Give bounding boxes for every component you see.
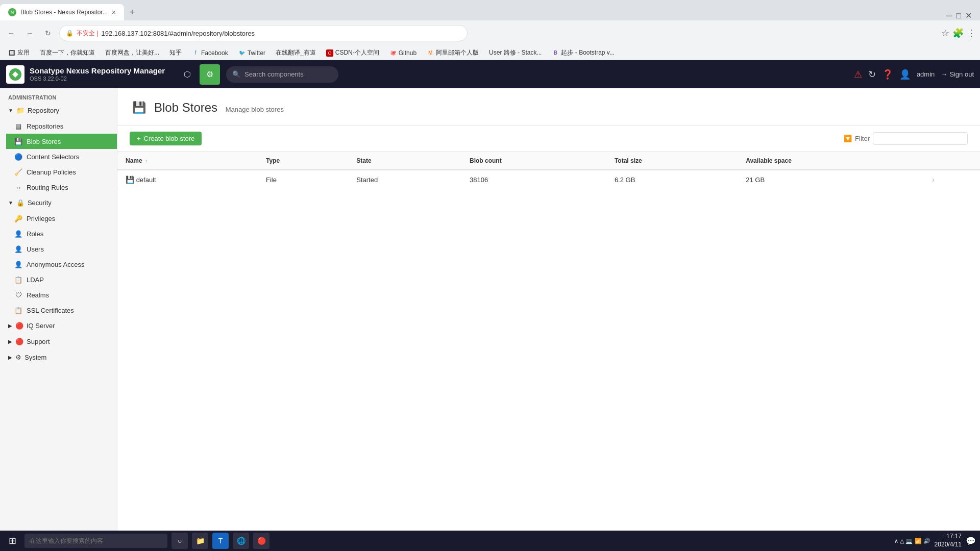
app-logo: Sonatype Nexus Repository Manager OSS 3.… [6, 65, 165, 84]
star-icon[interactable]: ☆ [941, 28, 949, 39]
system-expand-icon: ▶ [8, 355, 12, 360]
tray-icons: ∧ △ 💻 📶 🔊 [894, 538, 930, 544]
cell-type: File [258, 170, 348, 189]
main-content: 💾 Blob Stores Manage blob stores + Creat… [117, 88, 980, 551]
realms-icon: 🛡 [14, 291, 22, 299]
sidebar-item-anonymous-access[interactable]: 👤 Anonymous Access [6, 257, 117, 272]
filter-label: Filter [855, 135, 870, 142]
taskbar-search-button[interactable]: ○ [172, 533, 188, 549]
repositories-label: Repositories [27, 122, 63, 130]
table-row[interactable]: 💾 default File Started 38106 6.2 GB 21 G… [117, 170, 980, 189]
sidebar-item-privileges[interactable]: 🔑 Privileges [6, 211, 117, 226]
bookmark-apps[interactable]: 🔲应用 [4, 47, 34, 58]
maximize-button[interactable]: □ [956, 11, 961, 20]
address-url: 192.168.137.102:8081/#admin/repository/b… [101, 30, 255, 37]
bookmark-twitter[interactable]: 🐦Twitter [234, 48, 270, 58]
sidebar-item-cleanup-policies[interactable]: 🧹 Cleanup Policies [6, 164, 117, 180]
taskbar-explorer-button[interactable]: 📁 [192, 533, 208, 549]
bookmarks-bar: 🔲应用 百度一下，你就知道 百度网盘，让美好... 知乎 fFacebook 🐦… [0, 46, 980, 60]
app-header: Sonatype Nexus Repository Manager OSS 3.… [0, 60, 980, 88]
tab-close-button[interactable]: × [112, 8, 116, 16]
extension-icon[interactable]: 🧩 [952, 28, 964, 39]
app-nav: ⬡ ⚙ [177, 64, 220, 85]
bookmark-bootstrap[interactable]: B起步 - Bootstrap v... [548, 47, 618, 58]
sidebar-item-roles[interactable]: 👤 Roles [6, 226, 117, 241]
reload-button[interactable]: ↻ [41, 26, 55, 40]
close-window-button[interactable]: ✕ [965, 11, 972, 20]
col-type: Type [258, 152, 348, 170]
tab-title: Blob Stores - Nexus Repositor... [20, 9, 108, 16]
address-bar[interactable]: 🔒 不安全 | 192.168.137.102:8081/#admin/repo… [59, 25, 468, 41]
browser-menu-button[interactable]: ⋮ [967, 28, 976, 39]
toolbar: + Create blob store 🔽 Filter [117, 126, 980, 152]
filter-input[interactable] [873, 132, 968, 145]
repository-expand-icon: ▼ [8, 108, 13, 113]
taskbar-time: 17:17 2020/4/11 [935, 533, 962, 548]
new-tab-button[interactable]: + [124, 4, 140, 20]
cell-state: Started [348, 170, 461, 189]
ssl-certificates-label: SSL Certificates [27, 307, 74, 314]
sidebar-item-users[interactable]: 👤 Users [6, 241, 117, 257]
sidebar-item-repositories[interactable]: ▤ Repositories [6, 118, 117, 134]
notification-icon[interactable]: 💬 [966, 536, 976, 546]
sidebar-item-ssl-certificates[interactable]: 📋 SSL Certificates [6, 303, 117, 318]
col-total-size: Total size [606, 152, 738, 170]
forward-button[interactable]: → [22, 26, 37, 40]
content-selectors-icon: 🔵 [14, 153, 22, 161]
sidebar-item-realms[interactable]: 🛡 Realms [6, 287, 117, 303]
error-icon: ⚠ [854, 69, 862, 80]
taskbar-app-button[interactable]: 🔴 [253, 533, 270, 549]
bookmark-baidu[interactable]: 百度一下，你就知道 [36, 47, 99, 58]
cell-available-space: 21 GB [738, 170, 924, 189]
browse-button[interactable]: ⬡ [177, 64, 198, 85]
anonymous-access-icon: 👤 [14, 260, 22, 268]
sidebar-item-routing-rules[interactable]: ↔ Routing Rules [6, 180, 117, 195]
col-actions [924, 152, 980, 170]
signout-button[interactable]: → Sign out [941, 70, 974, 78]
system-icon: ⚙ [15, 354, 21, 361]
user-label[interactable]: admin [917, 70, 935, 78]
bookmark-github[interactable]: 🐙Github [385, 48, 421, 58]
sidebar-item-blob-stores[interactable]: 💾 Blob Stores [6, 134, 117, 149]
taskbar-chrome-button[interactable]: 🌐 [233, 533, 249, 549]
refresh-icon[interactable]: ↻ [868, 69, 876, 80]
taskbar-search-input[interactable] [24, 534, 167, 548]
repository-group-label: Repository [28, 107, 59, 114]
system-group-header[interactable]: ▶ ⚙ System [0, 349, 117, 365]
sidebar-item-ldap[interactable]: 📋 LDAP [6, 272, 117, 287]
search-bar[interactable]: 🔍 [226, 66, 338, 83]
iq-server-group-header[interactable]: ▶ 🔴 IQ Server [0, 318, 117, 334]
browser-tab[interactable]: N Blob Stores - Nexus Repositor... × [0, 4, 124, 20]
repository-group-header[interactable]: ▼ 📁 Repository [0, 103, 117, 118]
table-header-row: Name ↑ Type State Blob count Total size … [117, 152, 980, 170]
ldap-label: LDAP [27, 276, 44, 284]
security-group-header[interactable]: ▼ 🔒 Security [0, 195, 117, 211]
bookmark-aliyun[interactable]: M阿里邮箱个人版 [423, 47, 483, 58]
admin-button[interactable]: ⚙ [200, 64, 220, 85]
bookmark-facebook[interactable]: fFacebook [188, 48, 232, 58]
page-subtitle: Manage blob stores [226, 106, 284, 113]
bookmark-baidupan[interactable]: 百度网盘，让美好... [101, 47, 163, 58]
taskbar-text-button[interactable]: T [212, 533, 229, 549]
bookmark-zhihu[interactable]: 知乎 [165, 47, 186, 58]
bookmark-stack[interactable]: User 路修 - Stack... [485, 47, 546, 58]
sidebar-item-content-selectors[interactable]: 🔵 Content Selectors [6, 149, 117, 164]
back-button[interactable]: ← [4, 26, 18, 40]
repository-group: ▼ 📁 Repository ▤ Repositories 💾 Blob Sto… [0, 103, 117, 195]
minimize-button[interactable]: ─ [946, 11, 952, 20]
bookmark-youdao[interactable]: 在线翻译_有道 [272, 47, 320, 58]
logo-text: Sonatype Nexus Repository Manager OSS 3.… [30, 66, 165, 82]
roles-icon: 👤 [14, 230, 22, 238]
col-name: Name ↑ [117, 152, 258, 170]
col-blob-count: Blob count [461, 152, 606, 170]
help-icon[interactable]: ❓ [882, 69, 893, 80]
cell-total-size: 6.2 GB [606, 170, 738, 189]
system-group: ▶ ⚙ System [0, 349, 117, 365]
repository-group-icon: 📁 [16, 107, 24, 114]
create-blob-store-button[interactable]: + Create blob store [130, 132, 202, 145]
start-button[interactable]: ⊞ [4, 533, 20, 549]
plus-icon: + [137, 135, 141, 142]
search-input[interactable] [244, 70, 332, 78]
support-group-header[interactable]: ▶ 🔴 Support [0, 334, 117, 349]
bookmark-csdn[interactable]: CCSDN-个人空间 [322, 47, 383, 58]
